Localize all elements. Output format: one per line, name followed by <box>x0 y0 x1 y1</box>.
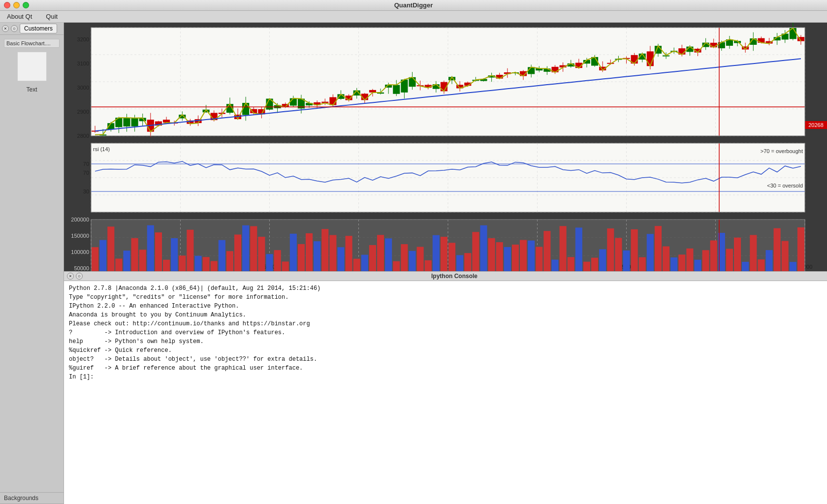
console-line: help -> Python's own help system. <box>69 337 822 346</box>
panel-tabs: × ○ Customers <box>0 23 64 35</box>
backgrounds-tab: Backgrounds <box>0 492 64 504</box>
backgrounds-tab-label[interactable]: Backgrounds <box>0 493 64 504</box>
panel-content: Basic Flowchart.... Text <box>0 35 64 97</box>
window-title: QuantDigger <box>394 1 433 9</box>
text-label: Text <box>26 86 37 93</box>
console-close-btn[interactable]: × <box>67 273 74 280</box>
menu-quit[interactable]: Quit <box>43 12 61 21</box>
console-output[interactable]: Python 2.7.8 |Anaconda 2.1.0 (x86_64)| (… <box>64 281 827 504</box>
right-panel: × ○ Ipython Console Python 2.7.8 |Anacon… <box>64 23 827 504</box>
console-title: Ipython Console <box>85 273 824 280</box>
console-line: Anaconda is brought to you by Continuum … <box>69 311 822 319</box>
chart-area <box>64 23 827 271</box>
console-line: object? -> Details about 'object', use '… <box>69 355 822 364</box>
console-collapse-btn[interactable]: ○ <box>76 273 83 280</box>
panel-collapse-btn[interactable]: ○ <box>11 25 18 32</box>
console-section: × ○ Ipython Console Python 2.7.8 |Anacon… <box>64 271 827 504</box>
menu-bar: About Qt Quit <box>0 11 827 23</box>
left-panel: × ○ Customers Basic Flowchart.... Text B… <box>0 23 64 504</box>
text-block[interactable] <box>17 52 47 81</box>
console-line: ? -> Introduction and overview of IPytho… <box>69 328 822 337</box>
minimize-button[interactable] <box>13 2 20 8</box>
panel-tab-customers[interactable]: Customers <box>20 24 57 33</box>
console-line: IPython 2.2.0 -- An enhanced Interactive… <box>69 302 822 311</box>
console-line: In [1]: <box>69 373 822 381</box>
flowchart-item[interactable]: Basic Flowchart.... <box>4 39 60 48</box>
window-controls[interactable] <box>4 2 29 8</box>
menu-about-qt[interactable]: About Qt <box>4 12 35 21</box>
console-line: Python 2.7.8 |Anaconda 2.1.0 (x86_64)| (… <box>69 284 822 293</box>
console-header: × ○ Ipython Console <box>64 271 827 281</box>
maximize-button[interactable] <box>23 2 29 8</box>
console-line: Please check out: http://continuum.io/th… <box>69 319 822 328</box>
console-line: Type "copyright", "credits" or "license"… <box>69 293 822 302</box>
main-area: × ○ Customers Basic Flowchart.... Text B… <box>0 23 827 504</box>
panel-close-btn[interactable]: × <box>2 25 9 32</box>
close-button[interactable] <box>4 2 10 8</box>
title-bar: QuantDigger <box>0 0 827 11</box>
console-line: %quickref -> Quick reference. <box>69 346 822 355</box>
console-line: %guiref -> A brief reference about the g… <box>69 364 822 373</box>
